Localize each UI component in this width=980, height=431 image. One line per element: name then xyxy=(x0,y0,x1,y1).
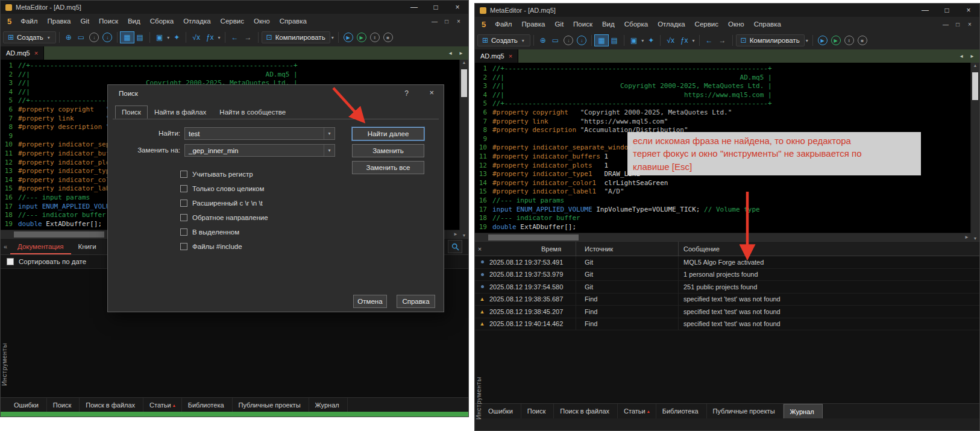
navigate-back-icon[interactable]: ← xyxy=(703,35,716,46)
menu-item[interactable]: Файл xyxy=(490,19,517,29)
styler-icon[interactable]: ✦ xyxy=(171,32,183,43)
tab-scroll-left-icon[interactable]: ◄ xyxy=(959,54,964,59)
toolbox-tab[interactable]: Журнал xyxy=(309,398,348,412)
toolbox-tab[interactable]: Ошибки xyxy=(8,398,47,412)
toolbox-tab[interactable]: Публичные проекты xyxy=(707,404,784,418)
minimize-button[interactable]: — xyxy=(914,4,936,17)
checkbox[interactable] xyxy=(180,171,187,178)
menu-item[interactable]: Окно xyxy=(723,19,749,29)
titlebar[interactable]: MetaEditor - [AD.mq5] — □ × xyxy=(1,1,468,14)
toolbox-tab[interactable]: Статьи ▴ xyxy=(143,398,182,412)
pull-icon[interactable]: ↓ xyxy=(564,36,573,45)
find-input[interactable]: test ▾ xyxy=(184,127,335,140)
mdi-restore-icon[interactable]: □ xyxy=(441,18,453,25)
find-option[interactable]: Файлы #include xyxy=(180,242,268,250)
search-button[interactable] xyxy=(448,240,462,253)
close-button[interactable]: × xyxy=(958,4,979,17)
mdi-minimize-icon[interactable]: — xyxy=(429,18,441,25)
maximize-button[interactable]: □ xyxy=(936,4,958,17)
docs-tab[interactable]: Книги xyxy=(71,239,104,254)
open-folder-icon[interactable]: ▭ xyxy=(549,35,562,46)
menu-item[interactable]: Файл xyxy=(16,16,42,26)
run-icon[interactable]: ▶ xyxy=(818,36,828,45)
function-icon[interactable]: ƒx xyxy=(677,35,691,46)
scroll-down-icon[interactable]: ▼ xyxy=(460,233,468,238)
debug-icon[interactable]: ▶ xyxy=(831,36,841,45)
column-header-source[interactable]: Источник xyxy=(576,242,679,256)
scroll-down-icon[interactable]: ▼ xyxy=(971,236,979,241)
docs-tab[interactable]: Документация xyxy=(10,239,71,254)
menu-item[interactable]: Поиск xyxy=(94,16,123,26)
download-icon[interactable]: ↓ xyxy=(577,36,586,45)
debug-icon[interactable]: ▶ xyxy=(357,33,366,42)
layout-split-icon[interactable]: ▤ xyxy=(608,35,621,46)
find-option[interactable]: Расширенный с \r \n \t xyxy=(180,199,268,207)
menu-item[interactable]: Справка xyxy=(749,19,786,29)
navigate-forward-icon[interactable]: → xyxy=(242,32,255,43)
menu-item[interactable]: Вид xyxy=(597,19,620,29)
collapse-icon[interactable]: « xyxy=(1,243,10,250)
scroll-thumb[interactable] xyxy=(488,234,579,241)
find-option[interactable]: В выделенном xyxy=(180,228,268,236)
find-next-button[interactable]: Найти далее xyxy=(352,127,424,140)
journal-row[interactable]: 2025.08.12 19:37:53.979 Git 1 personal p… xyxy=(475,269,979,282)
replace-input[interactable]: _gep_inner_min ▾ xyxy=(184,144,335,157)
function-dropdown-icon[interactable]: ▾ xyxy=(218,35,221,40)
dialog-tab[interactable]: Найти в сообществе xyxy=(213,105,292,119)
toolbox-side-label[interactable]: Инструменты xyxy=(1,333,8,396)
combo-dropdown-icon[interactable]: ▾ xyxy=(324,128,335,139)
toolbox-tab[interactable]: Публичные проекты xyxy=(233,398,309,412)
dialog-titlebar[interactable]: Поиск xyxy=(108,85,444,102)
function-dropdown-icon[interactable]: ▾ xyxy=(693,38,695,43)
navigate-back-icon[interactable]: ← xyxy=(228,32,242,43)
scroll-right-icon[interactable]: ► xyxy=(964,233,969,242)
dialog-close-icon[interactable]: × xyxy=(429,88,434,97)
stop-icon[interactable]: ■ xyxy=(858,36,867,45)
snippets-icon[interactable]: √x xyxy=(189,32,203,43)
maximize-button[interactable]: □ xyxy=(425,1,447,14)
scroll-thumb[interactable] xyxy=(14,231,104,238)
snippets-icon[interactable]: √x xyxy=(664,35,677,46)
new-file-icon[interactable]: ⊕ xyxy=(63,32,75,43)
open-folder-icon[interactable]: ▭ xyxy=(75,32,87,43)
vertical-scrollbar[interactable]: ▲ ▼ xyxy=(970,63,979,241)
editor-tab[interactable]: AD.mq5 × xyxy=(475,49,518,63)
run-icon[interactable]: ▶ xyxy=(344,33,353,42)
editor-tab[interactable]: AD.mq5 × xyxy=(1,46,44,60)
create-button[interactable]: ⊞ Создать ▾ xyxy=(3,31,56,43)
horizontal-scrollbar[interactable]: ► xyxy=(475,233,971,242)
toolbox-tab[interactable]: Поиск xyxy=(47,398,80,412)
mdi-minimize-icon[interactable]: — xyxy=(940,21,952,28)
menu-item[interactable]: Поиск xyxy=(568,19,597,29)
menu-item[interactable]: Git xyxy=(550,19,568,29)
checkbox[interactable] xyxy=(180,185,187,192)
find-option[interactable]: Только слово целиком xyxy=(180,184,268,192)
menu-item[interactable]: Правка xyxy=(517,19,550,29)
menu-item[interactable]: Справка xyxy=(275,16,312,26)
clipboard-dropdown-icon[interactable]: ▾ xyxy=(167,35,169,40)
tab-scroll-left-icon[interactable]: ◄ xyxy=(448,51,453,56)
clipboard-dropdown-icon[interactable]: ▾ xyxy=(641,38,644,43)
combo-dropdown-icon[interactable]: ▾ xyxy=(324,145,335,156)
compile-button[interactable]: ⊡ Компилировать xyxy=(736,34,805,46)
toolbox-tab[interactable]: Статьи ▴ xyxy=(618,404,656,418)
column-header-time[interactable]: Время xyxy=(485,242,576,256)
checkbox[interactable] xyxy=(180,200,187,207)
toolbox-tab[interactable]: Журнал xyxy=(784,404,823,418)
function-icon[interactable]: ƒx xyxy=(203,32,217,43)
close-button[interactable]: × xyxy=(447,1,468,14)
toolbox-tab[interactable]: Библиотека xyxy=(656,404,707,418)
sort-by-date-checkbox[interactable] xyxy=(7,258,14,265)
pause-icon[interactable]: ‖ xyxy=(370,33,380,42)
replace-button[interactable]: Заменить xyxy=(352,144,424,157)
toolbox-tab[interactable]: Поиск в файлах xyxy=(554,404,618,418)
minimize-button[interactable]: — xyxy=(403,1,425,14)
menu-item[interactable]: Отладка xyxy=(653,19,689,29)
dialog-help-icon[interactable]: ? xyxy=(404,89,409,98)
checkbox[interactable] xyxy=(180,243,187,250)
download-icon[interactable]: ↓ xyxy=(102,33,112,42)
toolbox-tab[interactable]: Библиотека xyxy=(182,398,233,412)
styler-icon[interactable]: ✦ xyxy=(645,35,657,46)
tab-close-icon[interactable]: × xyxy=(34,49,38,57)
pull-icon[interactable]: ↓ xyxy=(89,33,99,42)
